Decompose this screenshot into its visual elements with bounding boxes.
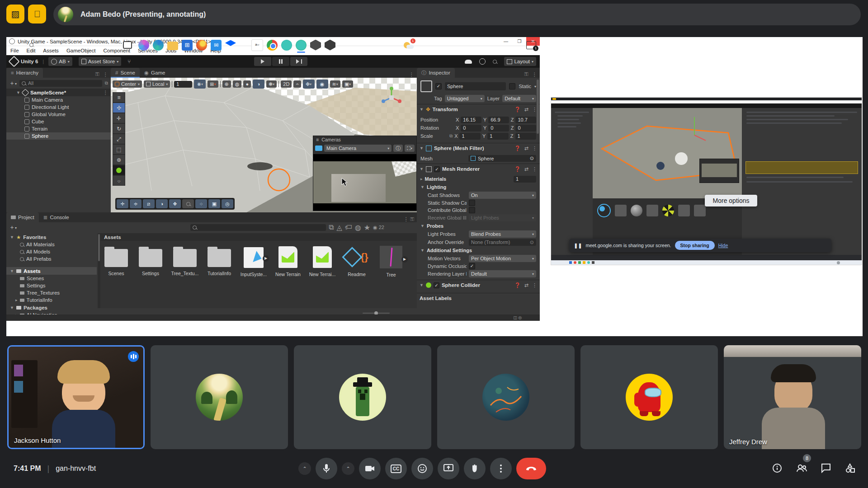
maximize-button[interactable]: ❐: [513, 37, 526, 46]
file-explorer-icon[interactable]: [167, 42, 178, 50]
asset-settings[interactable]: Settings: [137, 244, 165, 276]
menu-gameobject[interactable]: GameObject: [66, 48, 96, 53]
tab-console[interactable]: ≣Console: [39, 212, 74, 222]
camera-select[interactable]: Main Camera▾: [324, 145, 392, 152]
motion-vectors-dropdown[interactable]: Per Object Motion▾: [469, 255, 536, 262]
video-tile-jeffrey[interactable]: Jeffrey Drew: [724, 345, 861, 449]
renderer-checkbox[interactable]: ✓: [434, 166, 440, 172]
invalid-filter-icon[interactable]: ◍: [355, 223, 361, 232]
undo-history-icon[interactable]: [479, 58, 486, 65]
search-icon[interactable]: [493, 60, 497, 64]
asset-labels-bar[interactable]: Asset Labels: [417, 293, 540, 303]
active-checkbox[interactable]: ✓: [435, 83, 442, 89]
tab-project[interactable]: Project: [6, 212, 39, 222]
open-search-icon[interactable]: ⧉: [329, 223, 334, 231]
hierarchy-item-cube[interactable]: Cube: [6, 118, 111, 125]
asset-tree[interactable]: ▶ Tree: [377, 244, 405, 277]
grid-snap-dropdown[interactable]: ⊞▾: [208, 80, 218, 88]
materials-count-field[interactable]: 1: [514, 176, 536, 183]
firefox-icon[interactable]: [196, 40, 207, 51]
activities-button[interactable]: [840, 458, 861, 479]
effects-dropdown[interactable]: ❉▾: [303, 80, 315, 89]
pivot-dropdown[interactable]: Center▾: [113, 80, 142, 88]
notification-icon[interactable]: 1: [526, 41, 536, 49]
raise-hand-button[interactable]: [464, 458, 486, 479]
asset-tree-textures[interactable]: Tree_Textu...: [171, 244, 199, 276]
tool-settings-button[interactable]: ≑: [130, 199, 142, 208]
tools-overlay-button[interactable]: ✛: [117, 199, 128, 208]
move-overlay-button[interactable]: ⁘: [195, 199, 207, 208]
gizmo-toggle-2[interactable]: ◍: [233, 80, 242, 88]
spline-tool[interactable]: ⌔: [113, 175, 125, 186]
rect-tool[interactable]: ⬚: [113, 144, 125, 155]
expand-badge[interactable]: ▶: [401, 256, 408, 263]
hide-link[interactable]: Hide: [718, 243, 728, 248]
debug-dropdown[interactable]: ❋▾: [266, 80, 277, 88]
captions-button[interactable]: CC: [385, 458, 407, 479]
layer-dropdown[interactable]: Default▾: [502, 95, 536, 102]
rotation-z-field[interactable]: 0: [515, 125, 536, 131]
exit-annotation-button[interactable]: ⎕: [28, 5, 46, 23]
filter-label-icon[interactable]: 🏷: [345, 223, 352, 231]
lock-icon[interactable]: ⚿: [524, 71, 528, 78]
play-button[interactable]: [254, 57, 271, 66]
status-icons[interactable]: ◫ ◎: [513, 315, 522, 320]
scene-root-row[interactable]: ▼ SampleScene* ⋮: [6, 89, 111, 96]
reactions-button[interactable]: [411, 458, 433, 479]
cloud-icon[interactable]: [465, 60, 472, 64]
hierarchy-search-input[interactable]: All: [19, 80, 102, 87]
task-view-icon[interactable]: [123, 41, 132, 49]
hierarchy-item-main-camera[interactable]: Main Camera: [6, 96, 111, 103]
camera-overlay-button[interactable]: ▣: [208, 199, 220, 208]
contribute-gi-checkbox[interactable]: [469, 207, 475, 213]
grid-size-field[interactable]: 1: [174, 81, 192, 88]
folder-tutorialinfo[interactable]: ▸TutorialInfo: [6, 296, 97, 304]
position-x-field[interactable]: 16.15: [461, 117, 481, 123]
more-options-button[interactable]: [490, 458, 512, 479]
folder-tree-textures[interactable]: Tree_Textures: [6, 289, 97, 296]
leave-call-button[interactable]: [516, 458, 546, 479]
search-overlay-button[interactable]: [182, 199, 194, 208]
tab-hierarchy[interactable]: ≡Hierarchy: [6, 68, 43, 78]
scale-y-field[interactable]: 1: [487, 133, 508, 140]
kebab-icon[interactable]: ⋮: [409, 71, 417, 78]
account-dropdown[interactable]: AB▾: [48, 57, 72, 66]
grid-overlay-button[interactable]: ⧄: [143, 199, 155, 208]
pause-share-icon[interactable]: ❚❚: [574, 243, 582, 249]
menu-file[interactable]: File: [10, 48, 19, 53]
kebab-icon[interactable]: ⋮: [103, 89, 111, 96]
microsoft-store-icon[interactable]: ⊞: [182, 40, 193, 51]
mesh-filter-header[interactable]: ▼ Sphere (Mesh Filter) ❓⇄⋮: [417, 143, 540, 153]
inspector-scrollbar[interactable]: [537, 80, 539, 134]
hierarchy-item-terrain[interactable]: Terrain: [6, 125, 111, 132]
position-z-field[interactable]: 10.7: [515, 117, 536, 123]
position-y-field[interactable]: 66.9: [488, 117, 509, 123]
object-name-field[interactable]: Sphere: [445, 82, 506, 90]
static-checkbox[interactable]: [509, 83, 515, 89]
copilot-icon[interactable]: [138, 40, 149, 51]
dynamic-occlusion-checkbox[interactable]: ✓: [469, 263, 475, 269]
fav-all-materials[interactable]: All Materials: [6, 241, 97, 248]
lighting-overlay-button[interactable]: ◑: [156, 199, 168, 208]
pause-button[interactable]: [272, 57, 289, 66]
favorites-row[interactable]: ▼★Favorites: [6, 233, 97, 241]
edge-icon[interactable]: [153, 40, 164, 51]
visibility-toggle[interactable]: ◉: [316, 80, 328, 89]
asset-store-dropdown[interactable]: Asset Store▾: [79, 57, 121, 66]
help-icon[interactable]: ❓: [514, 107, 521, 113]
hierarchy-item-global-volume[interactable]: Global Volume: [6, 111, 111, 118]
rotate-tool[interactable]: ↻: [113, 123, 125, 134]
mic-options-chevron[interactable]: ⌃: [298, 462, 311, 475]
video-tile-4[interactable]: [437, 345, 575, 449]
video-tile-2[interactable]: [151, 345, 288, 449]
compass-overlay-button[interactable]: ◎: [222, 199, 233, 208]
audio-toggle[interactable]: 𝄐: [293, 80, 301, 88]
minimize-button[interactable]: —: [499, 37, 513, 46]
create-asset-button[interactable]: ＋▾: [9, 223, 17, 231]
step-button[interactable]: [290, 57, 307, 66]
hierarchy-item-sphere[interactable]: Sphere: [6, 132, 111, 140]
filter-type-icon[interactable]: ◬: [336, 223, 342, 232]
rotation-y-field[interactable]: 0: [488, 125, 509, 131]
collider-checkbox[interactable]: ✓: [434, 282, 439, 288]
rotation-x-field[interactable]: 0: [461, 125, 481, 131]
